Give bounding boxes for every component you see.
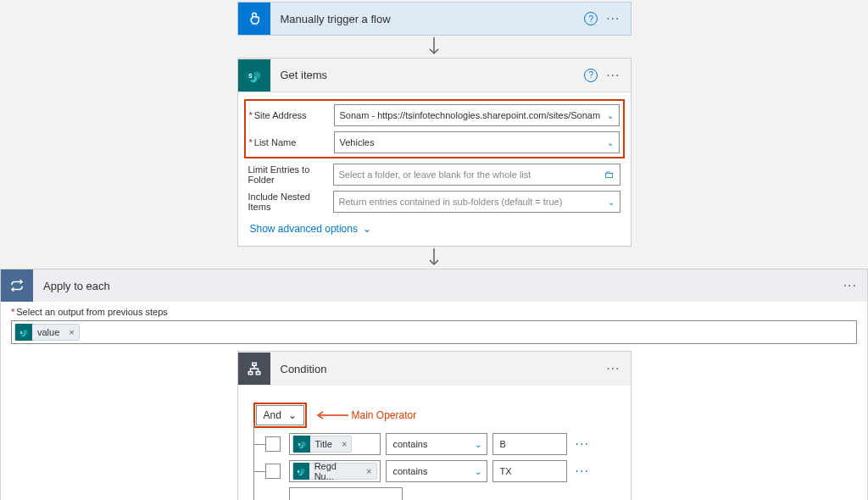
field-token[interactable]: S Regd Nu... × (292, 463, 377, 480)
svg-rect-14 (256, 372, 260, 375)
get-items-title: Get items (270, 69, 585, 81)
sharepoint-icon: S (238, 59, 270, 92)
connector-arrow (0, 247, 868, 269)
help-icon[interactable]: ? (584, 12, 598, 25)
remove-token-icon[interactable]: × (337, 439, 351, 449)
get-items-header[interactable]: S Get items ? ··· (238, 58, 631, 92)
select-output-input[interactable]: S value × (11, 320, 857, 344)
site-address-label: Site Address (249, 110, 334, 120)
tree-connector (253, 423, 254, 500)
show-advanced-link[interactable]: Show advanced options ⌄ (248, 223, 371, 235)
main-operator-select[interactable]: And ⌄ (256, 405, 304, 425)
main-operator-annotation: Main Operator (352, 409, 417, 421)
sharepoint-icon: S (293, 463, 309, 480)
annotation-arrow: Main Operator (314, 409, 417, 421)
svg-text:S: S (298, 469, 300, 474)
condition-field-input[interactable]: S Title × (289, 433, 381, 455)
row-checkbox[interactable] (265, 464, 281, 479)
more-icon[interactable]: ··· (572, 436, 593, 452)
nested-items-dropdown[interactable]: Return entries contained in sub-folders … (333, 191, 620, 213)
apply-to-each-header[interactable]: Apply to each ··· (1, 269, 867, 302)
chevron-down-icon: ⌄ (475, 467, 481, 476)
apply-to-each-title: Apply to each (33, 280, 843, 292)
condition-operator-select[interactable]: contains ⌄ (386, 433, 487, 455)
condition-row: S Title × contains ⌄ (265, 433, 619, 455)
apply-to-each-card: Apply to each ··· Select an output from … (0, 269, 868, 500)
chevron-down-icon: ⌄ (607, 138, 614, 147)
value-token[interactable]: S value × (14, 324, 80, 341)
chevron-down-icon: ⌄ (363, 223, 371, 235)
svg-rect-12 (252, 363, 256, 365)
more-icon[interactable]: ··· (843, 278, 857, 293)
condition-header[interactable]: Condition ··· (238, 352, 631, 386)
remove-token-icon[interactable]: × (64, 327, 78, 337)
sharepoint-icon: S (15, 324, 32, 341)
more-icon[interactable]: ··· (606, 68, 620, 83)
condition-row: S Regd Nu... × contains ⌄ (265, 460, 619, 482)
svg-text:S: S (20, 331, 23, 335)
trigger-title: Manually trigger a flow (270, 13, 585, 25)
select-output-label: Select an output from previous steps (11, 307, 857, 317)
more-icon[interactable]: ··· (572, 464, 593, 479)
condition-icon (238, 353, 270, 385)
condition-value-input[interactable]: TX (492, 460, 567, 482)
empty-group-box[interactable] (289, 487, 403, 500)
list-name-dropdown[interactable]: Vehicles ⌄ (334, 131, 620, 153)
svg-rect-13 (248, 372, 253, 375)
workflow-canvas: Manually trigger a flow ? ··· S Get item… (0, 2, 868, 500)
site-address-dropdown[interactable]: Sonam - https://tsinfotechnologies.share… (334, 104, 620, 126)
condition-title: Condition (270, 363, 607, 375)
highlight-annotation: Site Address Sonam - https://tsinfotechn… (244, 99, 625, 158)
chevron-down-icon: ⌄ (608, 197, 615, 207)
condition-card: Condition ··· Main Operator And ⌄ (237, 351, 632, 500)
help-icon[interactable]: ? (584, 69, 598, 82)
sharepoint-icon: S (293, 436, 310, 453)
chevron-down-icon: ⌄ (607, 111, 614, 120)
folder-icon[interactable]: 🗀 (604, 169, 615, 181)
more-icon[interactable]: ··· (606, 361, 620, 376)
trigger-card[interactable]: Manually trigger a flow ? ··· (237, 2, 632, 36)
highlight-annotation: And ⌄ (253, 403, 307, 428)
svg-text:S: S (298, 442, 300, 447)
chevron-down-icon: ⌄ (288, 409, 297, 421)
svg-text:S: S (248, 73, 253, 79)
nested-items-label: Include Nested Items (248, 192, 333, 212)
get-items-card: S Get items ? ··· Site Address Sonam - h… (237, 58, 632, 247)
connector-arrow (0, 36, 868, 58)
condition-operator-select[interactable]: contains ⌄ (386, 460, 487, 482)
list-name-label: List Name (249, 137, 334, 147)
more-icon[interactable]: ··· (606, 11, 620, 26)
touch-icon (238, 3, 270, 35)
field-token[interactable]: S Title × (292, 436, 353, 453)
condition-value-input[interactable]: B (492, 433, 567, 455)
limit-entries-input[interactable]: Select a folder, or leave blank for the … (333, 164, 620, 186)
limit-entries-label: Limit Entries to Folder (248, 164, 333, 185)
row-checkbox[interactable] (265, 436, 281, 452)
chevron-down-icon: ⌄ (475, 440, 481, 449)
condition-field-input[interactable]: S Regd Nu... × (289, 460, 381, 482)
loop-icon (1, 269, 33, 302)
remove-token-icon[interactable]: × (362, 466, 376, 476)
